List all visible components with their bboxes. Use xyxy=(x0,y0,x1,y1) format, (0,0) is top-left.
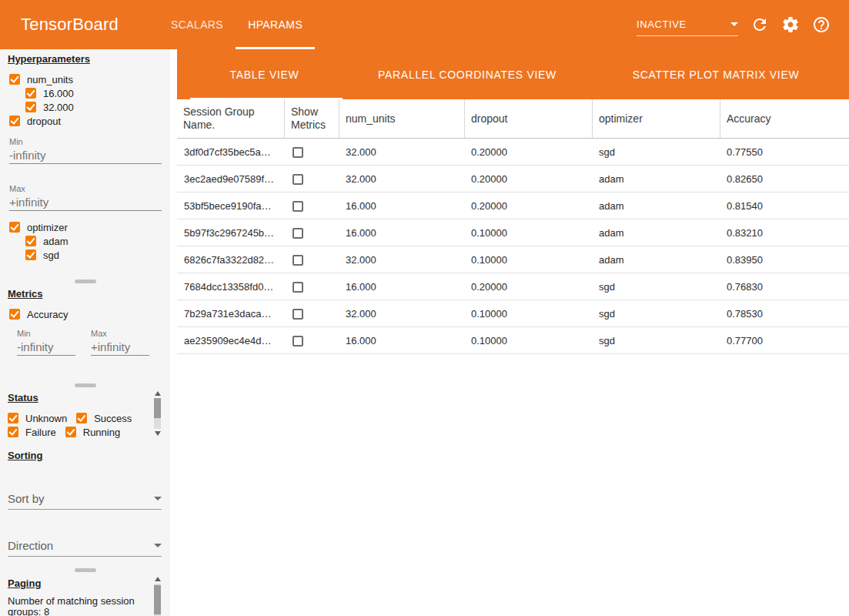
reload-interval-select[interactable]: INACTIVE xyxy=(637,18,738,36)
accuracy-cell: 0.83950 xyxy=(720,254,849,266)
show-metrics-cell xyxy=(284,253,339,266)
metric-min-input[interactable] xyxy=(17,339,75,356)
num-units-cell: 16.000 xyxy=(339,281,464,293)
metrics-min-max: Min Max xyxy=(17,329,170,356)
status-heading: Status xyxy=(8,392,170,404)
num-units-cell: 32.000 xyxy=(339,146,464,158)
app-header: TensorBoard SCALARS HPARAMS INACTIVE xyxy=(0,0,849,49)
optimizer-cell: sgd xyxy=(592,281,720,293)
show-metrics-checkbox[interactable] xyxy=(292,201,303,212)
hyperparameters-heading: Hyperparameters xyxy=(8,53,170,65)
column-header-optimizer: optimizer xyxy=(592,99,720,138)
table-row: 6826c7fa3322d82… 32.000 0.10000 adam 0.8… xyxy=(177,246,849,273)
show-metrics-checkbox[interactable] xyxy=(292,309,303,320)
checkbox-checked-icon xyxy=(25,249,36,260)
section-metrics: Metrics Accuracy Min Max xyxy=(0,284,170,356)
top-nav: SCALARS HPARAMS xyxy=(159,0,315,49)
metric-max-input[interactable] xyxy=(91,339,149,356)
show-metrics-cell xyxy=(284,146,339,158)
nav-tab-scalars[interactable]: SCALARS xyxy=(159,0,236,49)
sort-by-select[interactable]: Sort by xyxy=(8,488,162,510)
checkbox-num-units-32[interactable]: 32.000 xyxy=(25,100,170,114)
help-button[interactable] xyxy=(812,15,831,34)
table-row: 3df0d7cf35bec5a… 32.000 0.20000 sgd 0.77… xyxy=(177,139,849,166)
resize-handle-bar xyxy=(75,568,96,572)
tab-scatter-plot-matrix-view[interactable]: SCATTER PLOT MATRIX VIEW xyxy=(583,49,849,99)
settings-button[interactable] xyxy=(781,15,800,34)
resize-handle[interactable] xyxy=(0,566,170,574)
column-header-dropout: dropout xyxy=(464,99,592,138)
num-units-cell: 32.000 xyxy=(339,308,464,320)
app-title: TensorBoard xyxy=(21,15,119,35)
checkbox-dropout[interactable]: dropout xyxy=(9,114,170,128)
scrollbar-thumb[interactable] xyxy=(154,398,161,418)
num-units-cell: 16.000 xyxy=(339,335,464,346)
column-header-session-group-name: Session Group Name. xyxy=(177,99,284,138)
show-metrics-cell xyxy=(284,172,339,185)
dropout-cell: 0.20000 xyxy=(464,281,592,293)
show-metrics-checkbox[interactable] xyxy=(292,228,303,239)
scroll-down-icon[interactable] xyxy=(155,431,161,436)
checkbox-optimizer[interactable]: optimizer xyxy=(9,220,170,234)
dropout-max-input[interactable] xyxy=(9,194,162,211)
show-metrics-checkbox[interactable] xyxy=(292,282,303,293)
optimizer-cell: sgd xyxy=(592,308,720,320)
sorting-heading: Sorting xyxy=(8,450,170,462)
header-actions: INACTIVE xyxy=(637,0,831,49)
show-metrics-checkbox[interactable] xyxy=(292,174,303,185)
resize-handle-bar xyxy=(75,280,96,283)
section-status: Status Unknown Success Failure Running xyxy=(0,388,170,439)
status-scrollbar[interactable] xyxy=(154,391,161,436)
session-group-name-cell: 3ec2aed9e07589f… xyxy=(177,173,284,185)
scrollbar-track[interactable] xyxy=(154,584,161,616)
scroll-up-icon[interactable] xyxy=(155,577,161,581)
nav-tab-hparams[interactable]: HPARAMS xyxy=(236,0,315,49)
sidebar: Hyperparameters num_units 16.000 32.000 … xyxy=(0,49,170,616)
checkbox-checked-icon xyxy=(9,222,20,233)
dropout-cell: 0.20000 xyxy=(464,173,592,185)
checkbox-status-running[interactable]: Running xyxy=(65,425,120,439)
column-header-accuracy: Accuracy xyxy=(720,99,849,138)
accuracy-cell: 0.83210 xyxy=(720,227,849,239)
tab-parallel-coordinates-view[interactable]: PARALLEL COORDINATES VIEW xyxy=(352,49,583,99)
checkbox-label: Unknown xyxy=(25,413,67,424)
accuracy-cell: 0.77700 xyxy=(720,335,849,346)
paging-heading: Paging xyxy=(8,578,170,590)
show-metrics-checkbox[interactable] xyxy=(292,255,303,266)
show-metrics-cell xyxy=(284,334,339,346)
checkbox-num-units-16[interactable]: 16.000 xyxy=(25,86,170,100)
session-group-name-cell: 3df0d7cf35bec5a… xyxy=(177,146,284,158)
refresh-button[interactable] xyxy=(750,15,769,34)
dropout-min-input[interactable] xyxy=(9,147,162,164)
checkbox-label: 16.000 xyxy=(43,88,74,99)
checkbox-accuracy[interactable]: Accuracy xyxy=(9,307,170,321)
scrollbar-track[interactable] xyxy=(154,398,161,429)
session-group-name-cell: 53bf5bece9190fa… xyxy=(177,200,284,212)
table-row: ae235909ec4e4d… 16.000 0.10000 sgd 0.777… xyxy=(177,327,849,354)
checkbox-status-unknown[interactable]: Unknown xyxy=(8,411,67,425)
show-metrics-checkbox[interactable] xyxy=(292,336,303,346)
direction-select[interactable]: Direction xyxy=(8,535,162,557)
paging-scrollbar[interactable] xyxy=(154,577,161,616)
session-group-name-cell: 7b29a731e3daca… xyxy=(177,308,284,320)
checkbox-status-failure[interactable]: Failure xyxy=(8,425,56,439)
column-header-show-metrics: Show Metrics xyxy=(284,99,339,138)
checkbox-label: sgd xyxy=(43,249,59,261)
checkbox-checked-icon xyxy=(8,427,18,437)
checkbox-num-units[interactable]: num_units xyxy=(9,72,170,86)
scroll-up-icon[interactable] xyxy=(155,391,161,396)
checkbox-optimizer-sgd[interactable]: sgd xyxy=(25,248,170,262)
checkbox-checked-icon xyxy=(76,413,87,424)
scrollbar-thumb[interactable] xyxy=(154,585,161,614)
show-metrics-cell xyxy=(284,199,339,212)
num-units-cell: 16.000 xyxy=(339,227,464,239)
checkbox-optimizer-adam[interactable]: adam xyxy=(25,234,170,248)
optimizer-cell: adam xyxy=(592,173,720,185)
caret-down-icon xyxy=(154,544,162,547)
tab-table-view[interactable]: TABLE VIEW xyxy=(177,49,352,99)
checkbox-status-success[interactable]: Success xyxy=(76,411,132,425)
table-header: Session Group Name. Show Metrics num_uni… xyxy=(177,99,849,139)
accuracy-cell: 0.81540 xyxy=(720,200,849,212)
section-hyperparameters: Hyperparameters num_units 16.000 32.000 … xyxy=(0,49,170,262)
show-metrics-checkbox[interactable] xyxy=(292,147,303,158)
